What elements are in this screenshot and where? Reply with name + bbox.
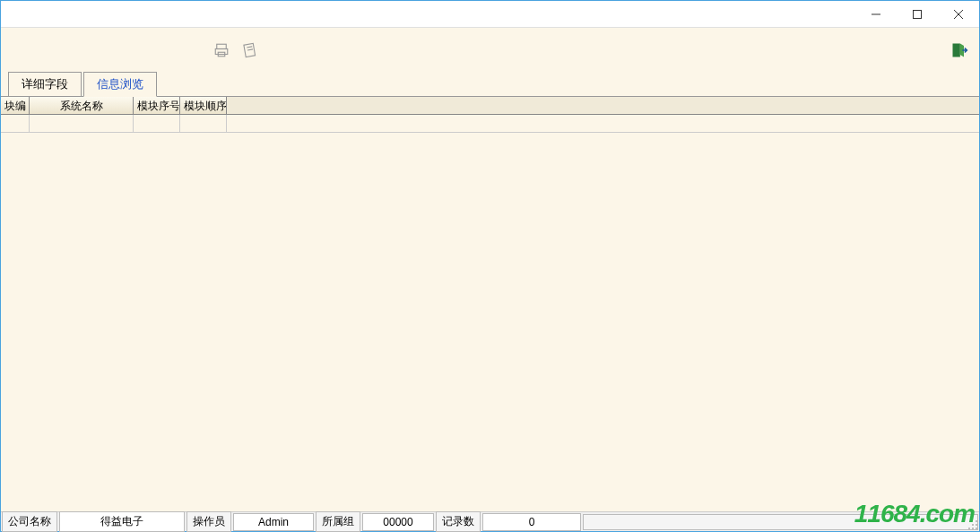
table-row[interactable]: [1, 115, 979, 133]
toolbar: [1, 28, 979, 73]
svg-point-11: [976, 520, 977, 522]
svg-rect-4: [217, 44, 227, 48]
print-icon[interactable]: [211, 39, 232, 61]
status-company-value: 得益电子: [59, 511, 185, 532]
titlebar: [1, 1, 979, 28]
svg-point-16: [976, 528, 977, 529]
maximize-button[interactable]: [897, 1, 938, 28]
svg-point-13: [976, 524, 977, 526]
grid-header: 块编 系统名称 模块序号 模块顺序: [1, 97, 979, 115]
watermark: 11684.com: [854, 500, 975, 528]
tabs: 详细字段 信息浏览: [1, 73, 979, 96]
status-records-label: 记录数: [436, 511, 481, 532]
minimize-button[interactable]: [855, 1, 897, 28]
cell[interactable]: [1, 115, 30, 132]
exit-icon[interactable]: [949, 39, 970, 61]
cell[interactable]: [134, 115, 180, 132]
close-button[interactable]: [938, 1, 979, 28]
svg-rect-5: [215, 49, 228, 55]
status-records-value: 0: [482, 513, 581, 531]
col-module-seq[interactable]: 模块序号: [134, 97, 180, 114]
svg-line-8: [247, 47, 252, 48]
status-group-value: 00000: [362, 513, 434, 531]
col-module-order[interactable]: 模块顺序: [180, 97, 227, 114]
tab-detail-fields[interactable]: 详细字段: [8, 72, 82, 97]
content-area: 块编 系统名称 模块序号 模块顺序: [1, 96, 979, 511]
status-company-label: 公司名称: [2, 511, 57, 532]
col-block-id[interactable]: 块编: [1, 97, 30, 114]
svg-rect-10: [953, 44, 960, 57]
svg-rect-1: [914, 10, 922, 18]
status-operator-value: Admin: [233, 513, 314, 531]
data-grid[interactable]: 块编 系统名称 模块序号 模块顺序: [1, 97, 979, 511]
status-group-label: 所属组: [316, 511, 360, 532]
cell[interactable]: [30, 115, 134, 132]
col-system-name[interactable]: 系统名称: [30, 97, 134, 114]
status-operator-label: 操作员: [186, 511, 231, 532]
statusbar: 公司名称 得益电子 操作员 Admin 所属组 00000 记录数 0: [1, 511, 979, 531]
svg-line-9: [247, 49, 253, 50]
tab-info-browse[interactable]: 信息浏览: [83, 72, 157, 97]
app-window: 详细字段 信息浏览 块编 系统名称 模块序号 模块顺序 公司名称 得益电子 操作…: [0, 0, 980, 532]
preview-icon[interactable]: [239, 39, 261, 61]
cell[interactable]: [180, 115, 227, 132]
